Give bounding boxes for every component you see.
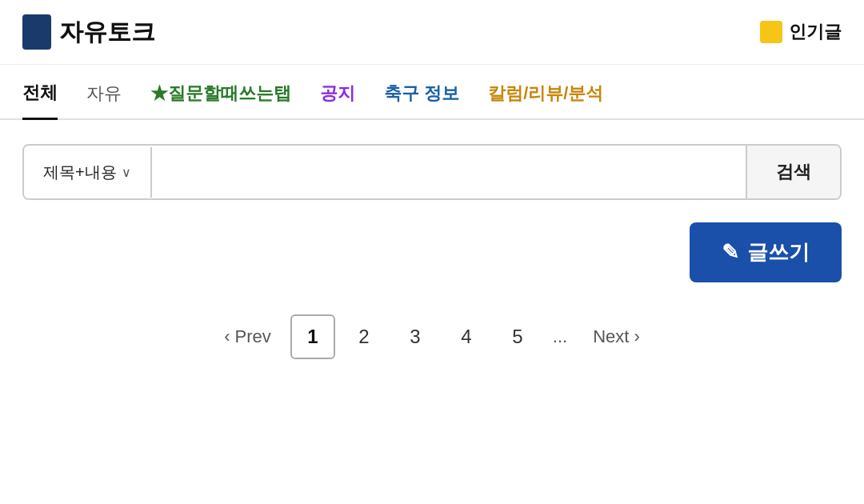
page-3-button[interactable]: 3 <box>393 314 438 359</box>
tab-soccer[interactable]: 축구 정보 <box>384 82 459 118</box>
write-area: ✎ 글쓰기 <box>0 200 864 282</box>
search-filter-label: 제목+내용 <box>43 162 117 183</box>
search-button[interactable]: 검색 <box>746 146 840 198</box>
page-ellipsis: ... <box>546 326 574 347</box>
page-5-button[interactable]: 5 <box>495 314 540 359</box>
search-area: 제목+내용 ∨ 검색 <box>22 144 842 200</box>
logo-text: 자유토크 <box>59 16 155 49</box>
popular-area[interactable]: 인기글 <box>760 20 842 44</box>
write-button[interactable]: ✎ 글쓰기 <box>690 222 842 282</box>
write-button-label: 글쓰기 <box>747 238 810 266</box>
popular-icon <box>760 21 782 43</box>
search-input[interactable] <box>152 149 746 196</box>
chevron-down-icon: ∨ <box>122 165 131 180</box>
tab-notice[interactable]: 공지 <box>320 82 355 118</box>
logo-area: 자유토크 <box>22 14 155 50</box>
header: 자유토크 인기글 <box>0 0 864 65</box>
tab-free[interactable]: 자유 <box>86 82 122 118</box>
write-icon: ✎ <box>722 240 739 265</box>
tab-column[interactable]: 칼럼/리뷰/분석 <box>488 82 603 118</box>
next-button[interactable]: Next › <box>580 314 653 359</box>
search-filter-dropdown[interactable]: 제목+내용 ∨ <box>24 147 152 198</box>
tab-question[interactable]: ★질문할때쓰는탭 <box>150 82 291 118</box>
page-4-button[interactable]: 4 <box>444 314 489 359</box>
tab-all[interactable]: 전체 <box>22 81 58 120</box>
popular-label: 인기글 <box>789 20 842 44</box>
page-2-button[interactable]: 2 <box>342 314 386 359</box>
nav-tabs: 전체 자유 ★질문할때쓰는탭 공지 축구 정보 칼럼/리뷰/분석 <box>0 65 864 120</box>
logo-icon <box>22 14 51 50</box>
page-1-button[interactable]: 1 <box>290 314 335 359</box>
prev-button[interactable]: ‹ Prev <box>211 314 284 359</box>
pagination: ‹ Prev 1 2 3 4 5 ... Next › <box>0 314 864 359</box>
